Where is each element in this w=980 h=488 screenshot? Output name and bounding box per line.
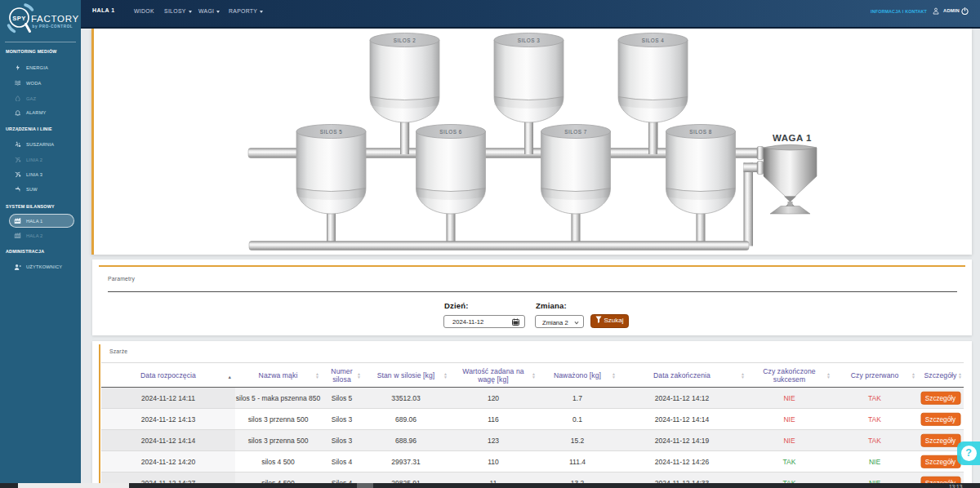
svg-text:WAGA 1: WAGA 1	[773, 133, 812, 143]
svg-text:SILOS 4: SILOS 4	[641, 38, 663, 43]
svg-text:SILOS 6: SILOS 6	[439, 129, 461, 135]
svg-text:SILOS 5: SILOS 5	[319, 129, 341, 135]
svg-text:FACTORY: FACTORY	[31, 14, 79, 24]
svg-text:by PRO-CONTROL: by PRO-CONTROL	[33, 24, 74, 29]
svg-text:SILOS 2: SILOS 2	[393, 38, 415, 43]
svg-text:SILOS 7: SILOS 7	[564, 129, 586, 135]
svg-text:SILOS 3: SILOS 3	[517, 38, 539, 43]
svg-text:SILOS 8: SILOS 8	[689, 129, 711, 135]
svg-text:SPY: SPY	[12, 15, 26, 22]
